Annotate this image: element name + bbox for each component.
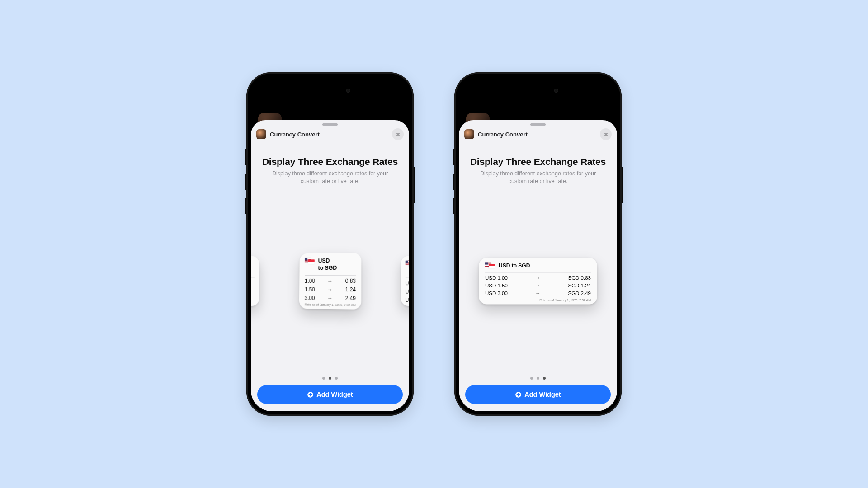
app-name-label: Currency Convert [478, 131, 600, 138]
currency-flags-icon [485, 262, 495, 268]
phone-screen: Currency Convert Display Three Exchange … [459, 77, 617, 411]
page-indicator [251, 377, 409, 380]
rate-from: USD 1.00 [485, 275, 508, 280]
arrow-right-icon: → [327, 295, 333, 301]
rate-row: USD 1.50 → SGD 1.24 [485, 280, 591, 288]
sheet-title: Display Three Exchange Rates [251, 156, 409, 167]
close-icon [396, 132, 401, 137]
rate-from: 1.50 [305, 286, 315, 293]
page-dot [335, 377, 338, 380]
widget-preview-small[interactable]: USD to SGD 1.00 → 0.83 1.50 → 1.24 [299, 253, 362, 310]
arrow-right-icon: → [535, 282, 541, 288]
page-dot [537, 377, 539, 380]
dynamic-island [513, 83, 563, 98]
sheet-header: Currency Convert [459, 126, 617, 144]
sheet-subtitle: Display three different exchange rates f… [472, 170, 604, 185]
rate-from: 1.00 [305, 278, 315, 284]
rate-to: SGD 1.24 [568, 282, 591, 288]
close-button[interactable] [392, 128, 404, 140]
rate-from: USD 1.50 [485, 282, 508, 288]
widget-carousel[interactable]: USD to SGD 1.00 → 0.83 1.50 → 1.24 [251, 185, 409, 377]
phone-mockup-right: Currency Convert Display Three Exchange … [454, 72, 622, 416]
widget-small-title: USD to SGD [318, 258, 337, 272]
currency-flags-icon [305, 258, 315, 264]
rate-from: USD 3.00 [485, 290, 508, 296]
add-widget-label: Add Widget [524, 391, 561, 398]
plus-circle-icon [307, 391, 314, 398]
rate-from: 3.00 [305, 295, 315, 301]
add-widget-button[interactable]: Add Widget [465, 385, 611, 404]
rate-row: 1.50 → 1.24 [305, 284, 356, 293]
arrow-right-icon: → [327, 286, 333, 293]
sheet-subtitle: Display three different exchange rates f… [264, 170, 396, 185]
add-widget-button[interactable]: Add Widget [257, 385, 403, 404]
arrow-right-icon: → [327, 278, 333, 284]
phone-screen: Currency Convert Display Three Exchange … [251, 77, 409, 411]
close-button[interactable] [600, 128, 612, 140]
page-dot [322, 377, 325, 380]
plus-circle-icon [515, 391, 522, 398]
close-icon [604, 132, 609, 137]
sheet-header: Currency Convert [251, 126, 409, 144]
rate-row: 3.00 → 2.49 [305, 293, 356, 302]
widget-preview-medium[interactable]: USD to SGD USD 1.00 → SGD 0.83 USD 1.50 … [479, 258, 597, 304]
widget-carousel[interactable]: USD to SGD USD 1.00 → SGD 0.83 USD 1.50 … [459, 185, 617, 377]
rate-row: 1.00 → 0.83 [305, 276, 356, 284]
widget-medium-title: USD to SGD [499, 262, 530, 268]
page-dot-active [543, 377, 546, 380]
rate-row: USD 3.00 → SGD 2.49 [485, 288, 591, 296]
flag-sgd-icon [489, 264, 495, 268]
app-icon [464, 129, 474, 139]
arrow-right-icon: → [535, 275, 541, 280]
rate-to: 1.24 [345, 286, 356, 293]
widget-medium-header: USD to SGD [485, 262, 591, 272]
widget-gallery-sheet: Currency Convert Display Three Exchange … [251, 120, 409, 411]
rate-to: SGD 2.49 [568, 290, 591, 296]
rate-timestamp: Rate as of January 1, 1970, 7:32 AM [485, 298, 591, 301]
widget-preview-peek-left[interactable] [251, 254, 259, 308]
rate-to: 2.49 [345, 295, 356, 301]
sheet-title: Display Three Exchange Rates [459, 156, 617, 167]
page-dot [530, 377, 533, 380]
rate-to: SGD 0.83 [568, 275, 591, 280]
rate-row: USD 1.00 → SGD 0.83 [485, 272, 591, 280]
rate-timestamp: Rate as of January 1, 1970, 7:32 AM [305, 303, 356, 307]
dynamic-island [305, 83, 355, 98]
widget-small-header: USD to SGD [305, 257, 356, 276]
add-widget-label: Add Widget [316, 391, 353, 398]
widget-preview-peek-right[interactable]: U U U [401, 254, 409, 308]
phone-mockup-left: Currency Convert Display Three Exchange … [246, 72, 414, 416]
rate-to: 0.83 [345, 278, 356, 284]
page-indicator [459, 377, 617, 380]
page-dot-active [329, 377, 331, 380]
widget-gallery-sheet: Currency Convert Display Three Exchange … [459, 120, 617, 411]
app-icon [256, 129, 266, 139]
flag-sgd-icon [308, 259, 315, 264]
app-name-label: Currency Convert [270, 131, 392, 138]
arrow-right-icon: → [535, 290, 541, 296]
